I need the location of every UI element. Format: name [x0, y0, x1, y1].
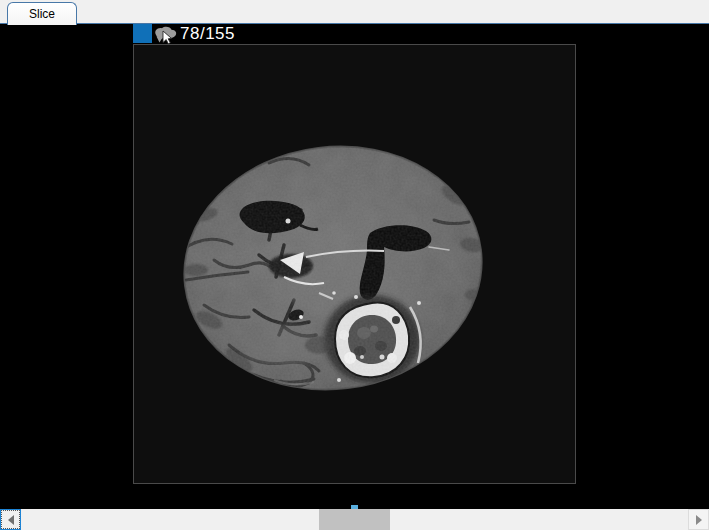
horizontal-scrollbar — [0, 509, 709, 530]
render-window[interactable] — [133, 44, 576, 484]
application-window: Slice 78/155 — [0, 0, 709, 530]
focus-rect — [1, 510, 20, 529]
plane-color-swatch — [133, 24, 152, 43]
tab-slice[interactable]: Slice — [7, 2, 77, 25]
scroll-left-arrow-icon — [8, 515, 14, 525]
scroll-right-arrow-icon — [696, 515, 702, 525]
scroll-left-button[interactable] — [0, 509, 21, 530]
slice-counter: 78/155 — [180, 24, 235, 44]
tab-bar: Slice — [0, 0, 709, 24]
scrollbar-thumb[interactable] — [319, 509, 390, 530]
viewport-area: 78/155 — [0, 24, 709, 509]
tab-slice-label: Slice — [29, 7, 55, 21]
scroll-right-button[interactable] — [688, 509, 709, 530]
brain-mri-image — [134, 45, 575, 483]
